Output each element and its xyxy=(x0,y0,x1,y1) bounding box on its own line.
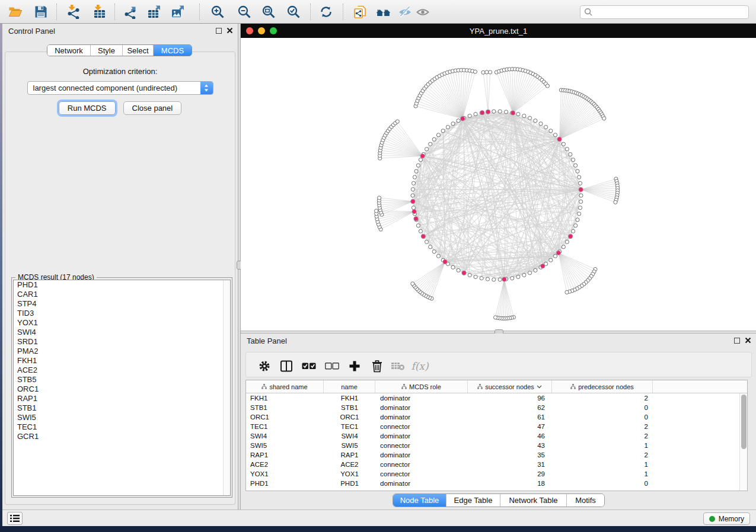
criterion-dropdown[interactable]: largest connected component (undirected) xyxy=(27,81,213,95)
list-item[interactable]: YOX1 xyxy=(14,318,230,328)
network-graph[interactable] xyxy=(241,38,756,331)
import-table-button[interactable] xyxy=(89,4,109,20)
close-panel-icon[interactable] xyxy=(227,27,233,34)
table-row[interactable]: RAP1RAP1dominator352 xyxy=(246,450,747,460)
sort-desc-icon xyxy=(537,385,542,389)
close-window-button[interactable] xyxy=(246,27,253,34)
table-row[interactable]: SWI4SWI4dominator462 xyxy=(246,431,747,441)
close-panel-icon[interactable] xyxy=(745,337,751,344)
float-panel-icon[interactable] xyxy=(216,28,222,34)
main-toolbar xyxy=(0,0,756,24)
add-column-button[interactable] xyxy=(347,358,362,374)
table-row[interactable]: ORC1ORC1dominator610 xyxy=(246,412,747,422)
list-item[interactable]: SRD1 xyxy=(14,337,230,347)
clone-network-icon xyxy=(353,5,367,19)
select-all-button[interactable] xyxy=(301,358,317,374)
tab-style[interactable]: Style xyxy=(91,45,123,56)
list-item[interactable]: TID3 xyxy=(14,309,230,318)
show-all-button[interactable] xyxy=(413,4,433,20)
float-panel-icon[interactable] xyxy=(734,338,740,344)
zoom-selected-button[interactable] xyxy=(283,4,304,20)
zoom-in-button[interactable] xyxy=(208,4,228,20)
memory-status-icon xyxy=(709,516,715,522)
list-item[interactable]: STB1 xyxy=(14,403,230,413)
list-scrollbar[interactable] xyxy=(223,280,230,495)
export-image-button[interactable] xyxy=(168,4,188,20)
zoom-fit-button[interactable] xyxy=(259,4,279,20)
save-session-button[interactable] xyxy=(31,4,51,20)
function-builder-button[interactable]: f(x) xyxy=(412,358,428,374)
tab-select[interactable]: Select xyxy=(123,45,154,56)
delete-table-button[interactable] xyxy=(390,358,406,374)
show-columns-button[interactable] xyxy=(279,358,294,374)
list-item[interactable]: CAR1 xyxy=(14,290,230,299)
list-item[interactable]: FKH1 xyxy=(14,356,230,366)
table-settings-button[interactable] xyxy=(257,358,272,374)
tab-network-table[interactable]: Network Table xyxy=(500,494,567,507)
table-row[interactable]: SWI5SWI5connector431 xyxy=(246,441,747,450)
table-row[interactable]: YOX1YOX1connector291 xyxy=(246,469,747,479)
export-table-button[interactable] xyxy=(144,4,164,20)
column-header-shared-name[interactable]: shared name xyxy=(246,380,324,393)
delete-column-button[interactable] xyxy=(369,358,385,374)
table-row[interactable]: STB1STB1dominator620 xyxy=(246,403,747,412)
maximize-window-button[interactable] xyxy=(270,27,277,34)
zoom-in-icon xyxy=(210,5,225,19)
list-item[interactable]: TEC1 xyxy=(14,422,230,432)
table-row[interactable]: TEC1TEC1connector472 xyxy=(246,422,747,431)
close-panel-button[interactable]: Close panel xyxy=(123,101,182,115)
list-item[interactable]: PMA2 xyxy=(14,347,230,356)
table-row[interactable]: FKH1FKH1dominator962 xyxy=(246,393,747,403)
mcds-result-list: PHD1 CAR1 STP4 TID3 YOX1 SWI4 SRD1 PMA2 … xyxy=(13,280,231,496)
network-view[interactable] xyxy=(241,38,756,331)
criterion-value: largest connected component (undirected) xyxy=(28,84,200,92)
export-network-button[interactable] xyxy=(120,4,141,20)
import-network-button[interactable] xyxy=(63,4,84,20)
list-item[interactable]: SWI5 xyxy=(14,413,230,422)
deselect-all-button[interactable] xyxy=(324,358,340,374)
columns-icon xyxy=(280,360,293,373)
tab-node-table[interactable]: Node Table xyxy=(393,494,446,507)
minimize-window-button[interactable] xyxy=(258,27,265,34)
network-window-titlebar[interactable]: YPA_prune.txt_1 xyxy=(241,24,756,38)
list-item[interactable]: STP4 xyxy=(14,299,230,309)
column-header-predecessor-nodes[interactable]: predecessor nodes xyxy=(552,380,653,393)
open-file-button[interactable] xyxy=(5,4,25,20)
tree-icon xyxy=(401,384,407,389)
task-history-button[interactable] xyxy=(7,512,23,525)
node-table: shared name name MCDS role successor nod… xyxy=(245,380,748,491)
table-row[interactable]: ACE2ACE2connector311 xyxy=(246,460,747,469)
list-item[interactable]: GCR1 xyxy=(14,432,230,441)
list-item[interactable]: SWI4 xyxy=(14,328,230,337)
scrollbar-thumb[interactable] xyxy=(741,395,747,449)
search-box xyxy=(580,5,749,19)
tab-motifs[interactable]: Motifs xyxy=(567,494,604,507)
table-row[interactable]: PHD1PHD1dominator180 xyxy=(246,479,747,488)
list-item[interactable]: STB5 xyxy=(14,375,230,384)
table-header: shared name name MCDS role successor nod… xyxy=(246,380,747,393)
column-header-successor-nodes[interactable]: successor nodes xyxy=(468,380,552,393)
table-scrollbar[interactable] xyxy=(739,393,747,491)
refresh-icon xyxy=(319,5,333,19)
clone-network-button[interactable] xyxy=(350,4,370,20)
tab-edge-table[interactable]: Edge Table xyxy=(446,494,500,507)
control-panel: Control Panel Network Style Select MCDS … xyxy=(2,24,238,509)
zoom-out-button[interactable] xyxy=(234,4,254,20)
toolbar-separator xyxy=(199,4,200,20)
run-mcds-button[interactable]: Run MCDS xyxy=(59,101,116,115)
column-header-mcds-role[interactable]: MCDS role xyxy=(375,380,468,393)
search-icon xyxy=(584,8,593,17)
column-header-name[interactable]: name xyxy=(324,380,375,393)
tab-network[interactable]: Network xyxy=(47,45,91,56)
list-item[interactable]: PHD1 xyxy=(14,280,230,290)
first-neighbors-button[interactable] xyxy=(374,4,394,20)
eye-slash-icon xyxy=(398,5,412,19)
hide-selected-button[interactable] xyxy=(395,4,415,20)
list-item[interactable]: ACE2 xyxy=(14,366,230,375)
refresh-view-button[interactable] xyxy=(316,4,336,20)
memory-button[interactable]: Memory xyxy=(703,512,750,525)
list-item[interactable]: RAP1 xyxy=(14,394,230,403)
tab-mcds[interactable]: MCDS xyxy=(154,45,192,56)
list-item[interactable]: ORC1 xyxy=(14,384,230,394)
search-input[interactable] xyxy=(593,8,748,17)
